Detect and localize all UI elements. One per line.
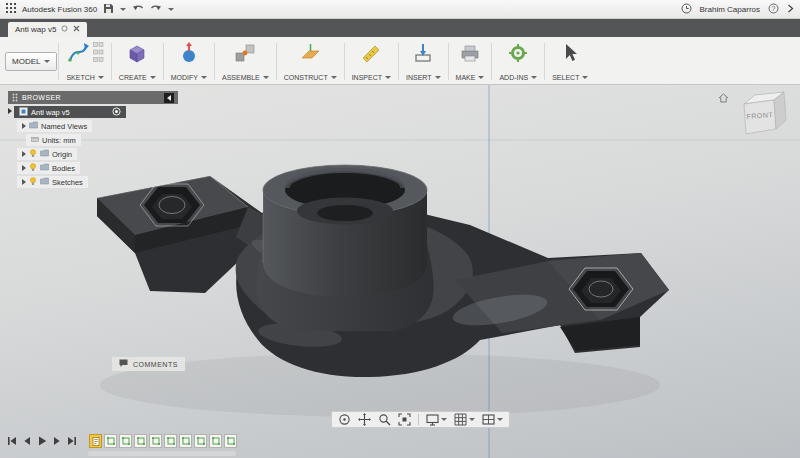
timeline-features	[89, 434, 237, 448]
redo-icon[interactable]	[150, 3, 162, 15]
group-label-make: MAKE	[456, 74, 476, 81]
orbit-icon[interactable]	[338, 413, 351, 426]
sketch-spline-icon[interactable]	[67, 41, 90, 68]
chevron-down-icon	[497, 418, 503, 421]
expand-icon[interactable]	[22, 123, 26, 129]
zoom-icon[interactable]	[378, 413, 391, 426]
chevron-down-icon	[44, 60, 50, 63]
home-icon[interactable]	[718, 89, 729, 107]
folder-icon	[29, 121, 38, 131]
browser-title: BROWSER	[22, 94, 61, 101]
app-grid-icon[interactable]	[6, 3, 16, 15]
expand-icon[interactable]	[8, 108, 12, 114]
toolbar-group-insert[interactable]: INSERT	[400, 39, 447, 84]
group-label-select: SELECT	[552, 74, 579, 81]
expand-icon[interactable]	[22, 179, 26, 185]
play-icon[interactable]	[36, 435, 47, 447]
toolbar-divider	[111, 43, 112, 80]
drag-handle-icon[interactable]	[12, 93, 18, 103]
browser-item-root[interactable]: Anti wap v5	[14, 106, 126, 118]
timeline-feature-icon[interactable]	[104, 434, 117, 448]
collapse-browser-icon[interactable]	[164, 93, 174, 103]
clock-icon[interactable]	[681, 3, 692, 16]
browser-item-label: Named Views	[41, 122, 87, 131]
3d-viewport[interactable]: BROWSER Anti wap v5 Named Views	[0, 85, 800, 458]
group-label-create: CREATE	[119, 74, 147, 81]
folder-icon	[40, 177, 49, 187]
add-ins-gear-icon[interactable]	[507, 42, 529, 68]
browser-item-label: Origin	[52, 150, 72, 159]
main-toolbar: MODEL SKETCH	[0, 37, 800, 85]
browser-item-bodies[interactable]: Bodies	[17, 162, 80, 174]
visibility-bulb-icon[interactable]	[29, 177, 37, 188]
toolbar-group-create[interactable]: CREATE	[113, 39, 162, 84]
skip-start-icon[interactable]	[6, 435, 17, 447]
select-cursor-icon[interactable]	[559, 42, 581, 68]
browser-item-units[interactable]: Units: mm	[26, 134, 81, 146]
comments-label: COMMENTS	[133, 361, 178, 368]
viewcube-cube[interactable]: FRONT	[732, 87, 794, 145]
toolbar-group-add-ins[interactable]: ADD-INS	[493, 39, 543, 84]
timeline-feature-icon[interactable]	[224, 434, 237, 448]
toolbar-group-construct[interactable]: CONSTRUCT	[278, 39, 343, 84]
fit-icon[interactable]	[398, 413, 411, 426]
insert-arrow-icon[interactable]	[412, 42, 434, 68]
visibility-bulb-icon[interactable]	[29, 163, 37, 174]
make-printer-icon[interactable]	[459, 42, 481, 68]
toolbar-group-inspect[interactable]: INSPECT	[346, 39, 397, 84]
timeline-feature-icon[interactable]	[179, 434, 192, 448]
toolbar-group-make[interactable]: MAKE	[450, 39, 491, 84]
create-box-icon[interactable]	[126, 42, 148, 68]
workspace-selector[interactable]: MODEL	[5, 52, 57, 71]
user-account-button[interactable]: Brahim Caparros	[700, 5, 760, 14]
save-icon[interactable]	[103, 3, 114, 16]
svg-text:?: ?	[772, 5, 776, 12]
toolbar-group-sketch[interactable]: SKETCH	[60, 39, 109, 84]
visibility-bulb-icon[interactable]	[29, 149, 37, 160]
activate-radio-icon[interactable]	[112, 107, 121, 118]
timeline-feature-icon[interactable]	[149, 434, 162, 448]
tab-close-icon[interactable]	[73, 25, 80, 34]
expand-icon[interactable]	[22, 165, 26, 171]
browser-item-sketches[interactable]: Sketches	[17, 176, 88, 188]
toolbar-group-assemble[interactable]: ASSEMBLE	[216, 39, 275, 84]
toolbar-group-select[interactable]: SELECT	[546, 39, 594, 84]
toolbar-group-modify[interactable]: MODIFY	[165, 39, 213, 84]
modify-press-pull-icon[interactable]	[178, 42, 200, 68]
model-part[interactable]	[97, 165, 669, 377]
display-settings-icon[interactable]	[426, 413, 447, 426]
undo-icon[interactable]	[132, 3, 144, 15]
assemble-joint-icon[interactable]	[234, 42, 256, 68]
step-forward-icon[interactable]	[51, 435, 62, 447]
chevron-down-icon	[263, 76, 269, 79]
timeline-feature-icon[interactable]	[194, 434, 207, 448]
expand-icon[interactable]	[22, 151, 26, 157]
sketch-tools-mini-icons[interactable]	[93, 42, 104, 67]
timeline-feature-icon[interactable]	[89, 434, 102, 448]
inspect-measure-icon[interactable]	[360, 42, 382, 68]
timeline-feature-icon[interactable]	[134, 434, 147, 448]
timeline-scrollbar[interactable]	[88, 451, 236, 456]
expand-chevron-icon[interactable]	[787, 4, 794, 15]
toolbar-divider	[163, 43, 164, 80]
timeline-feature-icon[interactable]	[164, 434, 177, 448]
browser-item-named-views[interactable]: Named Views	[17, 120, 92, 132]
pan-icon[interactable]	[358, 413, 371, 426]
viewcube[interactable]: FRONT	[718, 87, 794, 145]
browser-item-origin[interactable]: Origin	[17, 148, 77, 160]
save-caret-icon[interactable]	[120, 8, 126, 11]
step-back-icon[interactable]	[21, 435, 32, 447]
timeline-feature-icon[interactable]	[209, 434, 222, 448]
skip-end-icon[interactable]	[66, 435, 77, 447]
toolbar-divider	[58, 43, 59, 80]
browser-header[interactable]: BROWSER	[8, 91, 178, 104]
grid-settings-icon[interactable]	[454, 413, 475, 426]
chevron-down-icon	[582, 76, 588, 79]
help-icon[interactable]: ?	[768, 3, 779, 16]
comments-bar[interactable]: COMMENTS	[112, 357, 185, 371]
construct-plane-icon[interactable]	[299, 42, 321, 68]
redo-caret-icon[interactable]	[168, 8, 174, 11]
document-tab[interactable]: Anti wap v5	[8, 22, 87, 37]
timeline-feature-icon[interactable]	[119, 434, 132, 448]
viewports-icon[interactable]	[482, 413, 503, 426]
